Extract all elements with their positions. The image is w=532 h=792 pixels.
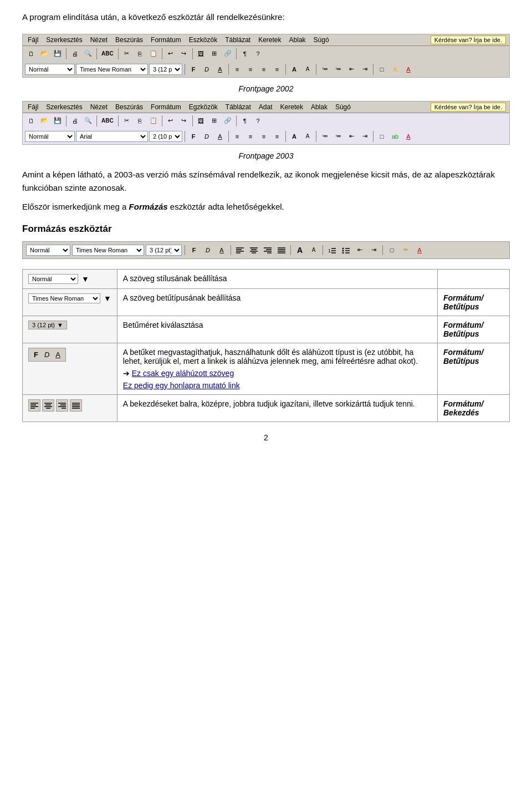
menu-nezet-2003[interactable]: Nézet [89,103,109,111]
menu-szerkesztes-2002[interactable]: Szerkesztés [44,35,84,44]
size-combo-2002[interactable]: 3 (12 pt) [149,64,182,75]
menu-ablak-2003[interactable]: Ablak [309,103,329,111]
insert-img-2002[interactable]: 🖼 [195,48,207,60]
ft-bold-btn[interactable]: F [188,244,200,256]
ft-highlight[interactable]: ✏ [400,244,412,256]
spell-btn-2003[interactable]: ABC [99,115,116,127]
underlined-link[interactable]: Ez csak egy aláhúzott szöveg [132,369,234,378]
menu-keretek-2003[interactable]: Keretek [279,103,305,111]
font-size-up-2003[interactable]: A [288,130,300,143]
paste-btn-2002[interactable]: 📋 [147,48,160,60]
ft-align-right[interactable] [262,244,274,256]
cut-btn-2003[interactable]: ✂ [121,115,133,127]
ft-border[interactable]: □ [386,244,398,256]
ft-style-select[interactable]: Normál [26,245,70,256]
menu-formatum-2003[interactable]: Formátum [149,103,183,111]
menu-eszkozok-2003[interactable]: Egzközök [187,103,219,111]
style-combo-2003[interactable]: Normál [25,131,75,142]
justify-icon[interactable] [70,399,82,412]
ft-justify[interactable] [275,244,288,256]
ft-indent-dec[interactable]: ⇤ [354,244,366,256]
bold-btn-2003[interactable]: F [187,130,200,143]
font-size-dn-2003[interactable]: A [301,130,314,143]
menu-fajl-2002[interactable]: Fájl [26,35,40,44]
menu-nezet-2002[interactable]: Nézet [89,35,109,44]
show-para-2003[interactable]: ¶ [239,115,251,127]
italic-icon-btn[interactable]: D [43,350,51,359]
insert-table-2003[interactable]: ⊞ [208,115,221,127]
style-combo-2002[interactable]: Normál [25,64,75,75]
ft-align-center[interactable] [248,244,260,256]
underline-btn-2003[interactable]: A [214,130,226,143]
num-list-2002[interactable]: ≔ [319,63,331,75]
align-center-2003[interactable]: ≡ [244,130,257,143]
font-combo-2003[interactable]: Arial [76,131,148,142]
align-right-2002[interactable]: ≡ [258,63,270,75]
menu-eszkozok-2002[interactable]: Eszközök [187,35,219,44]
ft-underline-btn[interactable]: A [216,244,228,256]
ft-color[interactable]: A [413,244,426,256]
num-list-2003[interactable]: ≔ [319,130,331,143]
align-right-2003[interactable]: ≡ [258,130,270,143]
underline-btn-2002[interactable]: A [214,63,226,75]
ft-font-size-sm[interactable]: A [308,244,320,256]
indent-inc-2002[interactable]: ⇥ [359,63,371,75]
new-btn-2002[interactable]: 🗋 [25,48,37,60]
insert-link-2002[interactable]: 🔗 [222,48,234,60]
menu-beszuras-2003[interactable]: Beszúrás [114,103,145,111]
insert-img-2003[interactable]: 🖼 [195,115,207,127]
ft-font-select[interactable]: Times New Roman [72,245,144,256]
page-link[interactable]: Ez pedig egy honlapra mutató link [123,381,240,390]
table-font-select[interactable]: Times New Roman [28,293,100,303]
color-btn-2002[interactable]: A [402,63,415,75]
ft-align-left[interactable] [234,244,246,256]
menu-sugo-2003[interactable]: Súgó [334,103,352,111]
ft-indent-inc[interactable]: ⇥ [367,244,380,256]
indent-inc-2003[interactable]: ⇥ [359,130,371,143]
ft-size-select[interactable]: 3 (12 pt) [146,245,182,256]
menu-szerkesztes-2003[interactable]: Szerkesztés [44,103,84,111]
menu-tablazat-2002[interactable]: Táblázat [223,35,252,44]
font-size-dn-2002[interactable]: A [301,63,314,75]
cut-btn-2002[interactable]: ✂ [121,48,133,60]
italic-btn-2002[interactable]: D [201,63,213,75]
align-right-icon[interactable] [56,399,68,412]
redo-btn-2002[interactable]: ↪ [178,48,190,60]
save-btn-2002[interactable]: 💾 [52,48,64,60]
open-btn-2003[interactable]: 📂 [38,115,50,127]
border-btn-2002[interactable]: □ [376,63,388,75]
menu-ablak-2002[interactable]: Ablak [288,35,308,44]
show-para-2002[interactable]: ¶ [239,48,251,60]
menu-tablazat-2003[interactable]: Táblázat [224,103,253,111]
indent-dec-2002[interactable]: ⇤ [345,63,357,75]
help-box-2002[interactable]: Kérdése van? Írja be ide. [431,35,506,44]
underline-icon-btn[interactable]: A [54,350,62,359]
justify-2002[interactable]: ≡ [271,63,283,75]
italic-btn-2003[interactable]: D [201,130,213,143]
indent-dec-2003[interactable]: ⇤ [345,130,357,143]
align-left-2003[interactable]: ≡ [231,130,243,143]
save-btn-2003[interactable]: 💾 [52,115,64,127]
open-btn-2002[interactable]: 📂 [38,48,50,60]
undo-btn-2002[interactable]: ↩ [165,48,177,60]
menu-fajl-2003[interactable]: Fájl [26,103,40,111]
bold-btn-2002[interactable]: F [187,63,200,75]
copy-btn-2003[interactable]: ⎘ [134,115,146,127]
help-box-2003[interactable]: Kérdése van? Írja be ide. [431,103,506,111]
preview-btn-2002[interactable]: 🔍 [82,48,94,60]
undo-btn-2003[interactable]: ↩ [165,115,177,127]
paste-btn-2003[interactable]: 📋 [147,115,160,127]
align-left-icon[interactable] [28,399,40,412]
highlight-btn-2002[interactable]: A [389,63,401,75]
align-center-2002[interactable]: ≡ [244,63,257,75]
menu-beszuras-2002[interactable]: Beszúrás [114,35,145,44]
border-btn-2003[interactable]: □ [376,130,388,143]
insert-table-2002[interactable]: ⊞ [208,48,221,60]
print-btn-2003[interactable]: 🖨 [69,115,81,127]
align-center-icon[interactable] [42,399,54,412]
menu-sugo-2002[interactable]: Súgó [312,35,331,44]
insert-link-2003[interactable]: 🔗 [222,115,234,127]
ft-bul-list[interactable] [340,244,352,256]
spell-btn-2002[interactable]: ABC [99,48,116,60]
color-btn-2003[interactable]: A [402,130,415,143]
